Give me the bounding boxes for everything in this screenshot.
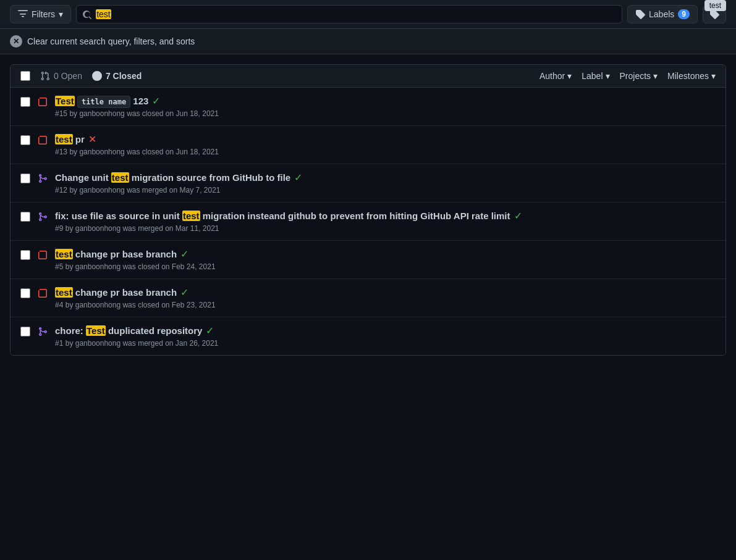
pr-item-6: test change pr base branch ✓ #4 by ganbo…	[11, 279, 725, 317]
pr-6-status-icon	[38, 288, 48, 298]
pr-7-title-start: chore:	[55, 325, 86, 336]
author-filter[interactable]: Author ▾	[539, 71, 572, 81]
pr-7-checkbox[interactable]	[20, 327, 30, 336]
search-icon	[82, 9, 92, 19]
pr-7-highlight: Test	[86, 325, 106, 336]
status-group: 0 Open 7 Closed	[40, 71, 530, 81]
label-chevron: ▾	[606, 71, 610, 81]
label-icon	[635, 9, 645, 19]
pr-5-checkbox[interactable]	[20, 250, 30, 260]
pr-3-title-start: Change unit	[55, 172, 111, 183]
pr-2-meta-text: by ganboonhong was closed on Jun 18, 202…	[69, 148, 219, 156]
pr-4-highlight: test	[182, 211, 200, 221]
pr-4-checkbox[interactable]	[20, 212, 30, 222]
pr-6-meta: #4 by ganboonhong was closed on Feb 23, …	[55, 301, 716, 309]
pr-3-meta: #12 by ganboonhong was merged on May 7, …	[55, 186, 716, 194]
pr-4-title: fix: use file as source in unit test mig…	[55, 211, 510, 221]
pr-1-check-icon: ✓	[152, 95, 160, 107]
pr-2-title-rest: pr	[75, 134, 85, 144]
open-status[interactable]: 0 Open	[40, 71, 82, 81]
pr-2-check-icon: ✕	[88, 133, 96, 145]
pr-6-checkbox[interactable]	[20, 288, 30, 298]
pr-2-checkbox[interactable]	[20, 135, 30, 145]
pr-3-checkbox[interactable]	[20, 173, 30, 183]
pr-6-check-icon: ✓	[180, 286, 188, 298]
pr-3-status-icon	[38, 173, 48, 183]
pr-6-content: test change pr base branch ✓ #4 by ganbo…	[55, 286, 716, 309]
pr-list: 0 Open 7 Closed Author ▾ Label ▾ Project…	[10, 64, 726, 356]
pr-3-meta-text: by ganboonhong was merged on May 7, 2021	[69, 186, 220, 194]
pr-4-title-row: fix: use file as source in unit test mig…	[55, 210, 716, 222]
pr-1-meta-text: by ganboonhong was closed on Jun 18, 202…	[69, 109, 219, 118]
pr-4-title-start: fix: use file as source in unit	[55, 211, 182, 221]
pr-item-1: Test title name 123 ✓ #15 by ganboonhong…	[11, 88, 725, 126]
open-count: 0 Open	[54, 71, 82, 81]
labels-button[interactable]: Labels 9	[627, 5, 698, 23]
header-filters: Author ▾ Label ▾ Projects ▾ Milestones ▾	[539, 71, 716, 81]
pr-2-highlight: test	[55, 134, 73, 144]
pr-1-checkbox[interactable]	[20, 97, 30, 107]
filters-label: Filters	[32, 9, 55, 19]
label-label: Label	[582, 71, 603, 81]
label-filter[interactable]: Label ▾	[582, 71, 609, 81]
milestones-filter[interactable]: Milestones ▾	[667, 71, 716, 81]
pr-7-title-end: duplicated repository	[108, 325, 203, 336]
toolbar: Filters ▾ test Labels 9	[0, 0, 736, 29]
pr-2-number: #13	[55, 148, 67, 156]
pr-3-content: Change unit test migration source from G…	[55, 172, 716, 194]
milestones-label: Milestones	[667, 71, 709, 81]
select-all-checkbox[interactable]	[20, 71, 30, 81]
pr-6-title-end: change pr base branch	[75, 287, 177, 298]
pr-open-icon	[40, 71, 50, 81]
pr-5-number: #5	[55, 262, 63, 271]
pr-2-title-row: test pr ✕	[55, 133, 716, 145]
pr-1-highlight: Test	[55, 96, 75, 106]
pr-7-title-row: chore: Test duplicated repository ✓	[55, 325, 716, 336]
pr-5-meta: #5 by ganboonhong was closed on Feb 24, …	[55, 262, 716, 271]
pr-5-meta-text: by ganboonhong was closed on Feb 24, 202…	[66, 262, 216, 271]
pr-5-title-row: test change pr base branch ✓	[55, 248, 716, 260]
pr-item-5: test change pr base branch ✓ #5 by ganbo…	[11, 241, 725, 279]
pr-closed-icon	[92, 71, 102, 81]
pr-4-content: fix: use file as source in unit test mig…	[55, 210, 716, 233]
pr-1-number: #15	[55, 109, 67, 118]
pr-item-4: fix: use file as source in unit test mig…	[11, 203, 725, 241]
pr-5-title: test change pr base branch	[55, 249, 177, 259]
filter-icon	[18, 9, 28, 19]
pr-3-title-row: Change unit test migration source from G…	[55, 172, 716, 183]
pr-item-3: Change unit test migration source from G…	[11, 164, 725, 203]
search-tooltip: test	[704, 0, 726, 11]
clear-bar: ✕ Clear current search query, filters, a…	[0, 29, 736, 54]
pr-4-status-icon	[38, 211, 48, 222]
search-input[interactable]	[76, 5, 622, 23]
clear-text: Clear current search query, filters, and…	[27, 36, 195, 46]
pr-6-number: #4	[55, 301, 63, 309]
clear-icon[interactable]: ✕	[10, 35, 22, 48]
filters-chevron-icon: ▾	[59, 9, 63, 19]
pr-3-highlight: test	[111, 172, 129, 183]
projects-filter[interactable]: Projects ▾	[620, 71, 658, 81]
pr-1-status-icon	[38, 96, 48, 107]
pr-item-2: test pr ✕ #13 by ganboonhong was closed …	[11, 126, 725, 164]
pr-1-meta: #15 by ganboonhong was closed on Jun 18,…	[55, 109, 716, 118]
pr-1-title: Test title name 123	[55, 96, 148, 106]
pr-5-status-icon	[38, 249, 48, 260]
pr-7-status-icon	[38, 326, 48, 336]
pr-1-code: title name	[77, 96, 130, 108]
projects-chevron: ▾	[653, 71, 658, 81]
pr-6-highlight: test	[55, 287, 73, 298]
pr-1-title-end: 123	[133, 96, 148, 106]
pr-2-status-icon	[38, 135, 48, 145]
labels-label: Labels	[649, 9, 674, 19]
pr-5-title-end: change pr base branch	[75, 249, 177, 259]
pr-1-title-row: Test title name 123 ✓	[55, 95, 716, 107]
pr-7-title: chore: Test duplicated repository	[55, 325, 202, 336]
pr-7-content: chore: Test duplicated repository ✓ #1 b…	[55, 325, 716, 348]
filters-button[interactable]: Filters ▾	[10, 5, 71, 23]
closed-status[interactable]: 7 Closed	[92, 71, 142, 81]
pr-4-meta: #9 by ganboonhong was merged on Mar 11, …	[55, 224, 716, 233]
labels-count-badge: 9	[678, 9, 690, 19]
pr-7-meta: #1 by ganboonhong was merged on Jan 26, …	[55, 339, 716, 348]
pr-6-title-row: test change pr base branch ✓	[55, 286, 716, 298]
pr-3-title: Change unit test migration source from G…	[55, 172, 290, 183]
